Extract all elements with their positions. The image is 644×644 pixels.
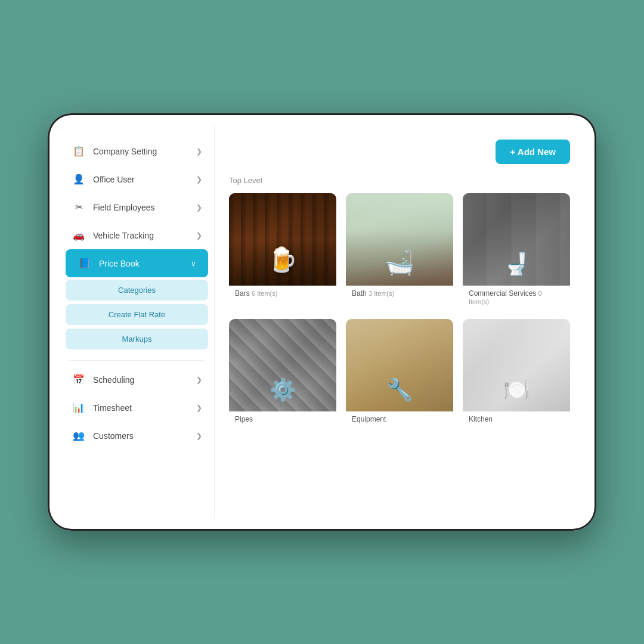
section-label: Top Level <box>229 176 570 185</box>
sidebar-label-price-book: Price Book <box>99 259 140 268</box>
commercial-services-label: Commercial Services 0 Item(s) <box>463 286 570 309</box>
sidebar-divider <box>69 360 205 361</box>
sidebar-label-office-user: Office User <box>93 175 135 184</box>
pipes-image <box>229 319 336 411</box>
sidebar-item-customers[interactable]: 👥 Customers ❯ <box>60 422 214 450</box>
chevron-right-icon: ❯ <box>196 175 202 184</box>
submenu-markups[interactable]: Markups <box>66 329 208 349</box>
chevron-right-icon: ❯ <box>196 147 202 156</box>
add-new-button[interactable]: + Add New <box>496 140 570 164</box>
sidebar-label-vehicle-tracking: Vehicle Tracking <box>93 231 154 240</box>
sidebar-item-price-book[interactable]: 📘 Price Book ∨ <box>66 249 208 277</box>
pipes-label: Pipes <box>229 411 336 427</box>
chevron-right-icon: ❯ <box>196 231 202 240</box>
sidebar-item-scheduling[interactable]: 📅 Scheduling ❯ <box>60 366 214 394</box>
bars-image <box>229 193 336 286</box>
equipment-label: Equipment <box>346 411 453 427</box>
field-employees-icon: ✂ <box>72 202 86 213</box>
sidebar-item-office-user[interactable]: 👤 Office User ❯ <box>60 165 214 193</box>
category-grid: Bars 6 Item(s) Bath 3 Item(s) <box>229 193 570 427</box>
office-user-icon: 👤 <box>72 174 86 185</box>
commercial-services-image <box>463 193 570 286</box>
sidebar-label-customers: Customers <box>93 431 134 441</box>
submenu-categories[interactable]: Categories <box>66 280 208 301</box>
chevron-right-icon: ❯ <box>196 432 202 440</box>
sidebar-item-vehicle-tracking[interactable]: 🚗 Vehicle Tracking ❯ <box>60 221 214 249</box>
sidebar-item-timesheet[interactable]: 📊 Timesheet ❯ <box>60 394 214 422</box>
sidebar: 📋 Company Setting ❯ 👤 Office User ❯ ✂ Fi… <box>60 125 215 519</box>
submenu-create-flat-rate[interactable]: Create Flat Rate <box>66 304 208 325</box>
sidebar-item-field-employees[interactable]: ✂ Field Employees ❯ <box>60 193 214 221</box>
kitchen-label: Kitchen <box>463 411 570 427</box>
grid-item-pipes[interactable]: Pipes <box>229 319 336 427</box>
timesheet-icon: 📊 <box>72 402 86 413</box>
main-content: + Add New Top Level Bars 6 Item(s) Bath <box>215 125 584 519</box>
sidebar-label-field-employees: Field Employees <box>93 203 155 212</box>
grid-item-equipment[interactable]: Equipment <box>346 319 453 427</box>
grid-item-bath[interactable]: Bath 3 Item(s) <box>346 193 453 309</box>
chevron-right-icon: ❯ <box>196 203 202 212</box>
device-frame: 📋 Company Setting ❯ 👤 Office User ❯ ✂ Fi… <box>48 113 596 531</box>
sidebar-item-company-setting[interactable]: 📋 Company Setting ❯ <box>60 137 214 165</box>
price-book-submenu: Categories Create Flat Rate Markups <box>60 277 214 355</box>
grid-item-commercial-services[interactable]: Commercial Services 0 Item(s) <box>463 193 570 309</box>
price-book-icon: 📘 <box>78 258 92 269</box>
app-container: 📋 Company Setting ❯ 👤 Office User ❯ ✂ Fi… <box>60 125 584 519</box>
bath-label: Bath 3 Item(s) <box>346 286 453 301</box>
content-header: + Add New <box>229 140 570 164</box>
chevron-down-icon: ∨ <box>191 259 196 268</box>
customers-icon: 👥 <box>72 430 86 441</box>
sidebar-label-company-setting: Company Setting <box>93 147 157 156</box>
company-setting-icon: 📋 <box>72 145 86 157</box>
equipment-image <box>346 319 453 411</box>
scheduling-icon: 📅 <box>72 374 86 385</box>
grid-item-kitchen[interactable]: Kitchen <box>463 319 570 427</box>
sidebar-label-timesheet: Timesheet <box>93 403 132 413</box>
sidebar-label-scheduling: Scheduling <box>93 375 134 385</box>
kitchen-image <box>463 319 570 411</box>
vehicle-tracking-icon: 🚗 <box>72 230 86 241</box>
bars-label: Bars 6 Item(s) <box>229 286 336 301</box>
grid-item-bars[interactable]: Bars 6 Item(s) <box>229 193 336 309</box>
chevron-right-icon: ❯ <box>196 376 202 384</box>
bath-image <box>346 193 453 286</box>
chevron-right-icon: ❯ <box>196 404 202 412</box>
